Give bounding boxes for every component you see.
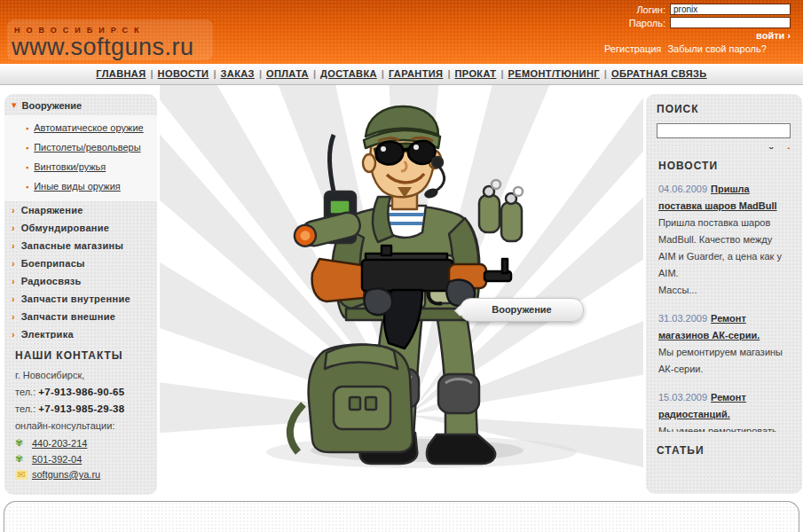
soldier-illustration — [160, 85, 643, 479]
chevron-right-icon: › — [12, 240, 15, 251]
nav-separator: | — [151, 68, 154, 79]
catalog-menu: ▾ Вооружение ▪ Автоматическое оружие ▪ П… — [4, 94, 157, 366]
header: НОВОСИБИРСК www.softguns.ru Логин: Парол… — [0, 0, 803, 64]
bullet-icon: ▪ — [26, 183, 28, 192]
password-input[interactable] — [670, 17, 791, 28]
news-item: 04.06.2009Пришла поставка шаров MadBull … — [658, 181, 791, 299]
nav-garantiya[interactable]: ГАРАНТИЯ — [389, 68, 443, 79]
news-date: 15.03.2009 — [658, 392, 707, 403]
chevron-right-icon: › — [12, 223, 15, 233]
chevron-right-icon: › — [12, 258, 15, 269]
footer-bar — [4, 501, 799, 532]
search-title: ПОИСК — [657, 103, 791, 115]
chevron-down-icon: ▾ — [12, 99, 17, 111]
forgot-password-link[interactable]: Забыли свой пароль? — [667, 43, 766, 54]
search-input[interactable] — [657, 123, 791, 138]
category-label-text: Вооружение — [492, 304, 552, 315]
bullet-icon: ▪ — [26, 163, 28, 172]
news-text: Пришла поставка шаров MadBull. Качество … — [658, 215, 791, 282]
icq-flower-icon: ✾ — [15, 453, 28, 465]
nav-prokat[interactable]: ПРОКАТ — [454, 68, 496, 79]
news-date: 04.06.2009 — [658, 184, 707, 194]
contacts-phone-1: тел.: +7-913-986-90-65 — [15, 387, 148, 397]
nav-zakaz[interactable]: ЗАКАЗ — [221, 68, 255, 79]
menu-item-zapasnye-magaziny[interactable]: › Запасные магазины — [4, 237, 157, 254]
nav-separator: | — [604, 68, 607, 79]
site-logo[interactable]: www.softguns.ru — [12, 35, 194, 59]
contacts-phone-2: тел.: +7-913-985-29-38 — [15, 403, 148, 414]
nav-glavnaya[interactable]: ГЛАВНАЯ — [96, 68, 146, 79]
nav-separator: | — [213, 68, 216, 79]
news-text: Мы ремонтируем магазины АК-серии. — [658, 344, 791, 378]
login-button[interactable]: войти — [756, 30, 784, 41]
register-link[interactable]: Регистрация — [604, 43, 661, 54]
icq-contact-2: ✾ 501-392-04 — [15, 453, 148, 465]
contacts-online-label: онлайн-консультации: — [15, 420, 148, 431]
bullet-icon: ▪ — [26, 144, 28, 153]
icq-contact-1: ✾ 440-203-214 — [15, 437, 148, 449]
main-nav: ГЛАВНАЯ|НОВОСТИ|ЗАКАЗ|ОПЛАТА|ДОСТАВКА|ГА… — [0, 64, 803, 85]
submenu-item-avtomaticheskoe[interactable]: ▪ Автоматическое оружие — [4, 118, 157, 137]
page: НОВОСИБИРСК www.softguns.ru Логин: Парол… — [0, 0, 803, 532]
menu-item-snaryazhenie[interactable]: › Снаряжение — [4, 201, 157, 219]
nav-separator: | — [500, 68, 503, 79]
login-label: Логин: — [636, 4, 665, 15]
chevron-right-icon: › — [12, 276, 15, 286]
contacts-block: НАШИ КОНТАКТЫ г. Новосибирск, тел.: +7-9… — [4, 339, 157, 495]
news-date: 31.03.2009 — [658, 313, 707, 324]
nav-separator: | — [447, 68, 450, 79]
submenu-item-inye[interactable]: ▪ Иные виды оружия — [4, 176, 157, 196]
chevron-right-icon: › — [12, 205, 15, 215]
submenu-item-vintovki[interactable]: ▪ Винтовки/ружья — [4, 157, 157, 176]
login-form: Логин: Пароль: войти› Регистрация Забыли… — [569, 4, 791, 54]
menu-item-zapchasti-vneshnie[interactable]: › Запчасти внешние — [4, 308, 157, 325]
menu-item-radiosvyaz[interactable]: › Радиосвязь — [4, 272, 157, 290]
menu-item-zapchasti-vnutrennie[interactable]: › Запчасти внутренние — [4, 290, 157, 308]
menu-item-obmundirovanie[interactable]: › Обмундирование — [4, 219, 157, 237]
contacts-title: НАШИ КОНТАКТЫ — [15, 349, 148, 362]
menu-item-boepripasy[interactable]: › Боеприпасы — [4, 254, 157, 272]
email-icon: ✉ — [15, 470, 28, 480]
articles-block: СТАТЬИ — [646, 432, 802, 474]
nav-novosti[interactable]: НОВОСТИ — [158, 68, 209, 79]
submenu-item-pistolety[interactable]: ▪ Пистолеты/револьверы — [4, 137, 157, 157]
nav-remont-tuning[interactable]: РЕМОНТ/ТЮНИНГ — [508, 68, 599, 79]
login-arrow-icon: › — [787, 30, 791, 41]
nav-separator: | — [382, 68, 384, 79]
login-input[interactable] — [670, 4, 791, 15]
chevron-right-icon: › — [12, 311, 15, 322]
contacts-city: г. Новосибирск, — [15, 370, 148, 380]
bullet-icon: ▪ — [26, 124, 28, 133]
news-more: Массы... — [658, 282, 791, 299]
menu-item-vooruzhenie[interactable]: ▾ Вооружение — [4, 94, 157, 115]
password-label: Пароль: — [629, 18, 665, 28]
category-label[interactable]: Вооружение — [460, 298, 584, 322]
nav-dostavka[interactable]: ДОСТАВКА — [320, 68, 377, 79]
nav-separator: | — [259, 68, 262, 79]
news-item: 31.03.2009Ремонт магазинов АК-серии. Мы … — [658, 310, 791, 378]
articles-title: СТАТЬИ — [657, 444, 791, 457]
icq-flower-icon: ✾ — [15, 437, 28, 449]
submenu-vooruzhenie: ▪ Автоматическое оружие ▪ Пистолеты/рево… — [4, 115, 157, 201]
news-title: НОВОСТИ — [658, 160, 791, 172]
nav-oplata[interactable]: ОПЛАТА — [266, 68, 309, 79]
email-contact: ✉ softguns@ya.ru — [15, 469, 148, 480]
nav-separator: | — [313, 68, 316, 79]
nav-obratnaya-svyaz[interactable]: ОБРАТНАЯ СВЯЗЬ — [611, 68, 707, 79]
chevron-right-icon: › — [12, 293, 15, 304]
